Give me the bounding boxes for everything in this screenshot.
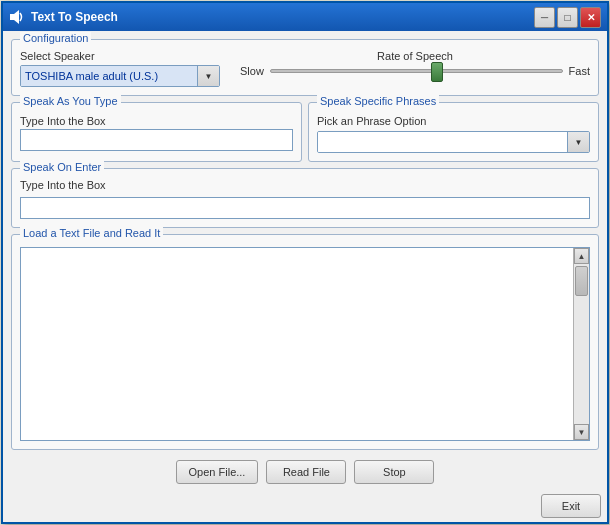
config-row: Select Speaker TOSHIBA male adult (U.S.)… [20, 46, 590, 87]
speak-on-enter-content: Type Into the Box [20, 175, 590, 219]
rate-fast-label: Fast [569, 65, 590, 77]
speak-as-you-type-label: Speak As You Type [20, 95, 121, 107]
phrase-dropdown-value [318, 132, 567, 152]
rate-label: Rate of Speech [377, 50, 453, 62]
stop-button[interactable]: Stop [354, 460, 434, 484]
text-area-wrap: ▲ ▼ [20, 247, 590, 441]
speak-as-you-type-section: Speak As You Type Type Into the Box [11, 102, 302, 162]
phrase-dropdown[interactable]: ▼ [317, 131, 590, 153]
phrase-option-label: Pick an Phrase Option [317, 115, 590, 127]
exit-row: Exit [3, 494, 607, 522]
svg-rect-0 [10, 14, 14, 20]
text-file-label: Load a Text File and Read It [20, 227, 163, 239]
scroll-down-arrow[interactable]: ▼ [574, 424, 589, 440]
rate-slider-track[interactable] [270, 69, 563, 73]
speaker-select[interactable]: TOSHIBA male adult (U.S.) ▼ [20, 65, 220, 87]
speaker-label: Select Speaker [20, 50, 220, 62]
exit-button[interactable]: Exit [541, 494, 601, 518]
speak-specific-content: Pick an Phrase Option ▼ [317, 109, 590, 153]
rate-slow-label: Slow [240, 65, 264, 77]
speak-as-you-type-input[interactable] [20, 129, 293, 151]
window-content: Configuration Select Speaker TOSHIBA mal… [3, 31, 607, 494]
speak-on-enter-label: Speak On Enter [20, 161, 104, 173]
speak-on-enter-section: Speak On Enter Type Into the Box [11, 168, 599, 228]
open-file-button[interactable]: Open File... [176, 460, 259, 484]
phrase-dropdown-arrow[interactable]: ▼ [567, 132, 589, 152]
type-box-label: Type Into the Box [20, 115, 293, 127]
speak-specific-label: Speak Specific Phrases [317, 95, 439, 107]
speaker-icon [9, 9, 25, 25]
speaker-group: Select Speaker TOSHIBA male adult (U.S.)… [20, 50, 220, 87]
speaker-value: TOSHIBA male adult (U.S.) [21, 66, 197, 86]
minimize-button[interactable]: ─ [534, 7, 555, 28]
text-file-box: Load a Text File and Read It ▲ ▼ [11, 234, 599, 450]
speaker-dropdown-arrow[interactable]: ▼ [197, 66, 219, 86]
text-file-textarea[interactable] [21, 248, 573, 440]
chevron-down-icon: ▼ [205, 72, 213, 81]
vertical-scrollbar[interactable]: ▲ ▼ [573, 248, 589, 440]
scroll-thumb[interactable] [575, 266, 588, 296]
rate-slider-thumb[interactable] [431, 62, 443, 82]
scroll-track [574, 264, 589, 424]
svg-marker-1 [14, 10, 19, 24]
rate-row: Slow Fast [240, 65, 590, 77]
speak-as-you-type-content: Type Into the Box [20, 109, 293, 151]
speak-specific-section: Speak Specific Phrases Pick an Phrase Op… [308, 102, 599, 162]
configuration-section: Configuration Select Speaker TOSHIBA mal… [11, 39, 599, 96]
scroll-up-arrow[interactable]: ▲ [574, 248, 589, 264]
config-section-label: Configuration [20, 32, 91, 44]
maximize-button[interactable]: □ [557, 7, 578, 28]
close-button[interactable]: ✕ [580, 7, 601, 28]
text-file-section: Load a Text File and Read It ▲ ▼ [11, 234, 599, 450]
action-buttons: Open File... Read File Stop [11, 456, 599, 486]
mid-row: Speak As You Type Type Into the Box Spea… [11, 102, 599, 162]
main-window: Text To Speech ─ □ ✕ Configuration Selec… [1, 1, 609, 524]
window-controls: ─ □ ✕ [534, 7, 601, 28]
window-title: Text To Speech [31, 10, 534, 24]
title-bar: Text To Speech ─ □ ✕ [3, 3, 607, 31]
speak-on-enter-input-label: Type Into the Box [20, 179, 590, 191]
read-file-button[interactable]: Read File [266, 460, 346, 484]
chevron-down-icon: ▼ [575, 138, 583, 147]
speak-on-enter-input[interactable] [20, 197, 590, 219]
rate-of-speech-group: Rate of Speech Slow Fast [240, 50, 590, 77]
